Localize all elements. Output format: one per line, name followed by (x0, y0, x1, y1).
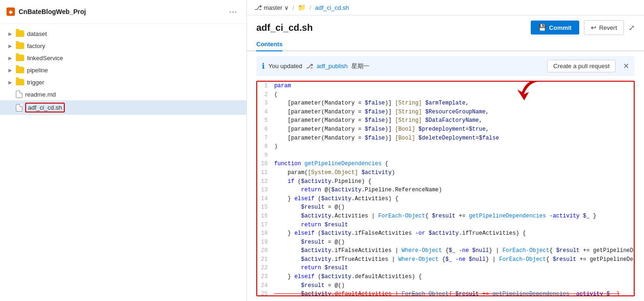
table-row: 3 [parameter(Mandatory = $false)] [Strin… (257, 99, 635, 108)
tree-item-label: factory (27, 42, 45, 49)
code-line-20: $activity.ifFalseActivities | Where-Obje… (272, 246, 635, 255)
chevron-icon (7, 104, 14, 112)
sidebar-item-adf_ci_cd[interactable]: adf_ci_cd.sh (0, 100, 247, 115)
line-number: 11 (257, 168, 272, 177)
line-number: 22 (257, 264, 272, 273)
table-row: 25 $activity.defaultActivities | ForEach… (257, 290, 635, 296)
sidebar-item-linkedService[interactable]: ▶linkedService (0, 52, 247, 64)
folder-icon (16, 67, 24, 73)
line-number: 12 (257, 177, 272, 186)
table-row: 5 [parameter(Mandatory = $false)] [Strin… (257, 116, 635, 125)
code-line-9 (272, 151, 635, 160)
sidebar-item-factory[interactable]: ▶factory (0, 40, 247, 52)
tab-contents[interactable]: Contents (256, 38, 282, 51)
line-number: 9 (257, 151, 272, 160)
table-row: 17 return $result (257, 221, 635, 230)
code-line-3: [parameter(Mandatory = $false)] [String]… (272, 99, 635, 108)
code-line-5: [parameter(Mandatory = $false)] [String]… (272, 116, 635, 125)
main-header: adf_ci_cd.sh 💾 Commit ↩ Revert ⤢ (247, 15, 644, 35)
commit-icon: 💾 (538, 24, 546, 31)
adf-icon (7, 7, 15, 16)
folder-icon (16, 55, 24, 61)
sidebar-item-pipeline[interactable]: ▶pipeline (0, 64, 247, 76)
table-row: 11 param([System.Object] $activity) (257, 168, 635, 177)
file-breadcrumb-link[interactable]: adf_ci_cd.sh (315, 4, 349, 11)
code-table: 1param2(3 [parameter(Mandatory = $false)… (257, 82, 635, 296)
code-line-23: } elseif ($activity.defaultActivities) { (272, 273, 635, 281)
table-row: 10function getPipelineDependencies { (257, 160, 635, 168)
code-line-24: $result = @() (272, 281, 635, 290)
main-panel: ⎇ master ∨ / 📁 / adf_ci_cd.sh adf_ci_cd.… (247, 0, 644, 301)
chevron-icon (7, 91, 14, 98)
table-row: 21 $activity.ifTrueActivities | Where-Ob… (257, 255, 635, 264)
sidebar-more-button[interactable]: ⋯ (226, 6, 240, 18)
table-row: 16 $activity.Activities | ForEach-Object… (257, 212, 635, 221)
topbar: ⎇ master ∨ / 📁 / adf_ci_cd.sh (247, 0, 644, 15)
code-line-19: $result = @() (272, 238, 635, 247)
project-title: CnBateBlogWeb_Proj (19, 8, 86, 15)
sidebar-tree: ▶dataset▶factory▶linkedService▶pipeline▶… (0, 24, 247, 301)
code-line-7: [parameter(Mandatory = $false)] [Bool] $… (272, 134, 635, 143)
line-number: 5 (257, 116, 272, 125)
line-number: 2 (257, 91, 272, 99)
folder-icon (16, 30, 24, 37)
line-number: 24 (257, 281, 272, 290)
line-number: 3 (257, 99, 272, 108)
line-number: 6 (257, 125, 272, 134)
code-line-16: $activity.Activities | ForEach-Object{ $… (272, 212, 635, 221)
code-line-13: return @($activity.Pipeline.ReferenceNam… (272, 186, 635, 195)
pull-request-button[interactable]: Create a pull request (547, 60, 616, 72)
tree-item-label: adf_ci_cd.sh (28, 104, 62, 111)
header-actions: 💾 Commit ↩ Revert ⤢ (531, 20, 635, 35)
sidebar-item-dataset[interactable]: ▶dataset (0, 28, 247, 40)
expand-button[interactable]: ⤢ (629, 23, 635, 32)
line-number: 13 (257, 186, 272, 195)
line-number: 16 (257, 212, 272, 221)
sidebar-item-readme[interactable]: readme.md (0, 88, 247, 100)
tree-item-label: readme.md (25, 91, 56, 98)
table-row: 6 [parameter(Mandatory = $false)] [Bool]… (257, 125, 635, 134)
code-line-10: function getPipelineDependencies { (272, 160, 635, 168)
line-number: 15 (257, 203, 272, 212)
line-number: 4 (257, 108, 272, 117)
line-number: 23 (257, 273, 272, 281)
chevron-icon: ▶ (7, 54, 14, 62)
commit-label: Commit (549, 24, 571, 31)
tree-item-label: trigger (27, 79, 44, 86)
sidebar-item-trigger[interactable]: ▶trigger (0, 76, 247, 88)
revert-button[interactable]: ↩ Revert (584, 20, 624, 35)
sidebar: CnBateBlogWeb_Proj ⋯ ▶dataset▶factory▶li… (0, 0, 247, 301)
code-line-11: param([System.Object] $activity) (272, 168, 635, 177)
line-number: 10 (257, 160, 272, 168)
table-row: 14 } elseif ($activity.Activities) { (257, 195, 635, 203)
table-row: 4 [parameter(Mandatory = $false)] [Strin… (257, 108, 635, 117)
line-number: 25 (257, 290, 272, 296)
tree-item-label: dataset (27, 30, 47, 37)
selected-item-box: adf_ci_cd.sh (25, 103, 65, 112)
code-area[interactable]: 1param2(3 [parameter(Mandatory = $false)… (256, 81, 635, 296)
line-number: 8 (257, 142, 272, 151)
info-branch-link[interactable]: adf_publish (317, 63, 348, 70)
line-number: 20 (257, 246, 272, 255)
breadcrumb-sep: / (293, 4, 295, 11)
table-row: 24 $result = @() (257, 281, 635, 290)
file-title: adf_ci_cd.sh (256, 22, 313, 33)
table-row: 12 if ($activity.Pipeline) { (257, 177, 635, 186)
table-row: 19 $result = @() (257, 238, 635, 247)
file-icon (16, 104, 22, 112)
code-line-15: $result = @() (272, 203, 635, 212)
tree-item-label: pipeline (27, 67, 48, 74)
commit-button[interactable]: 💾 Commit (531, 21, 579, 35)
close-info-button[interactable]: ✕ (623, 62, 629, 70)
info-bar: ℹ You updated ⎇ adf_publish 星期一 Create a… (256, 56, 635, 76)
table-row: 7 [parameter(Mandatory = $false)] [Bool]… (257, 134, 635, 143)
line-number: 14 (257, 195, 272, 203)
info-bar-left: ℹ You updated ⎇ adf_publish 星期一 (262, 62, 370, 70)
revert-label: Revert (599, 24, 617, 31)
line-number: 19 (257, 238, 272, 247)
code-line-14: } elseif ($activity.Activities) { (272, 195, 635, 203)
branch-icon-info: ⎇ (306, 63, 313, 70)
branch-selector[interactable]: ⎇ master ∨ (254, 4, 289, 11)
chevron-icon: ▶ (7, 66, 14, 74)
code-line-22: return $result (272, 264, 635, 273)
